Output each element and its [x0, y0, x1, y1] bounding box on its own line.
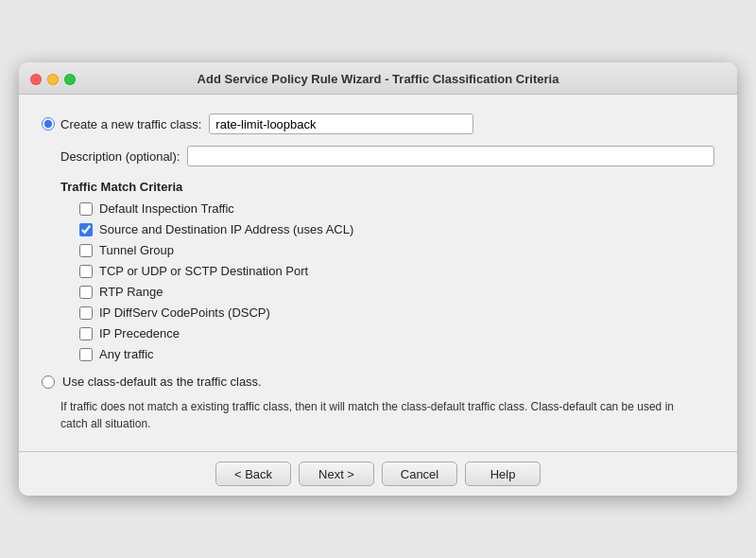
rtp-range-checkbox[interactable] — [79, 286, 93, 299]
create-new-radio-label: Create a new traffic class: — [60, 117, 201, 131]
description-label: Description (optional): — [60, 149, 180, 164]
class-default-row: Use class-default as the traffic class. — [42, 375, 714, 389]
list-item: Any traffic — [79, 347, 714, 361]
next-button[interactable]: Next > — [299, 462, 374, 486]
checkbox-list: Default Inspection Traffic Source and De… — [42, 201, 714, 361]
source-dest-ip-label: Source and Destination IP Address (uses … — [99, 222, 353, 236]
ip-precedence-checkbox[interactable] — [79, 327, 93, 340]
help-button[interactable]: Help — [465, 462, 541, 486]
any-traffic-checkbox[interactable] — [79, 348, 93, 361]
wizard-window: Add Service Policy Rule Wizard - Traffic… — [19, 62, 737, 496]
cancel-button[interactable]: Cancel — [382, 462, 457, 486]
minimize-button[interactable] — [47, 74, 59, 85]
create-new-row: Create a new traffic class: — [42, 113, 714, 134]
class-default-radio[interactable] — [42, 375, 55, 389]
tcp-udp-sctp-label: TCP or UDP or SCTP Destination Port — [99, 264, 308, 278]
create-new-option[interactable]: Create a new traffic class: — [42, 117, 201, 131]
tunnel-group-label: Tunnel Group — [99, 243, 174, 257]
default-inspection-label: Default Inspection Traffic — [99, 201, 234, 216]
default-inspection-checkbox[interactable] — [79, 202, 93, 216]
window-title: Add Service Policy Rule Wizard - Traffic… — [198, 72, 559, 86]
any-traffic-label: Any traffic — [99, 347, 154, 361]
list-item: Tunnel Group — [79, 243, 714, 257]
description-input[interactable] — [187, 146, 714, 166]
info-text: If traffic does not match a existing tra… — [42, 398, 684, 432]
list-item: Source and Destination IP Address (uses … — [79, 222, 714, 236]
section-title: Traffic Match Criteria — [42, 180, 714, 194]
maximize-button[interactable] — [64, 74, 76, 85]
rtp-range-label: RTP Range — [99, 285, 163, 299]
list-item: TCP or UDP or SCTP Destination Port — [79, 264, 714, 278]
list-item: RTP Range — [79, 285, 714, 299]
create-new-radio[interactable] — [42, 117, 55, 131]
content-area: Create a new traffic class: Description … — [19, 95, 737, 451]
close-button[interactable] — [30, 74, 42, 85]
list-item: IP Precedence — [79, 326, 714, 340]
tcp-udp-sctp-checkbox[interactable] — [79, 265, 93, 278]
traffic-lights — [30, 74, 76, 85]
source-dest-ip-checkbox[interactable] — [79, 223, 93, 236]
back-button[interactable]: < Back — [215, 462, 291, 486]
title-bar: Add Service Policy Rule Wizard - Traffic… — [19, 62, 737, 95]
class-default-label: Use class-default as the traffic class. — [62, 375, 262, 389]
description-row: Description (optional): — [42, 146, 714, 166]
ip-precedence-label: IP Precedence — [99, 326, 180, 340]
list-item: Default Inspection Traffic — [79, 201, 714, 216]
tunnel-group-checkbox[interactable] — [79, 244, 93, 257]
ip-diffserv-label: IP DiffServ CodePoints (DSCP) — [99, 305, 270, 320]
ip-diffserv-checkbox[interactable] — [79, 306, 93, 320]
list-item: IP DiffServ CodePoints (DSCP) — [79, 305, 714, 320]
traffic-class-name-input[interactable] — [209, 113, 473, 134]
footer: < Back Next > Cancel Help — [19, 451, 737, 496]
